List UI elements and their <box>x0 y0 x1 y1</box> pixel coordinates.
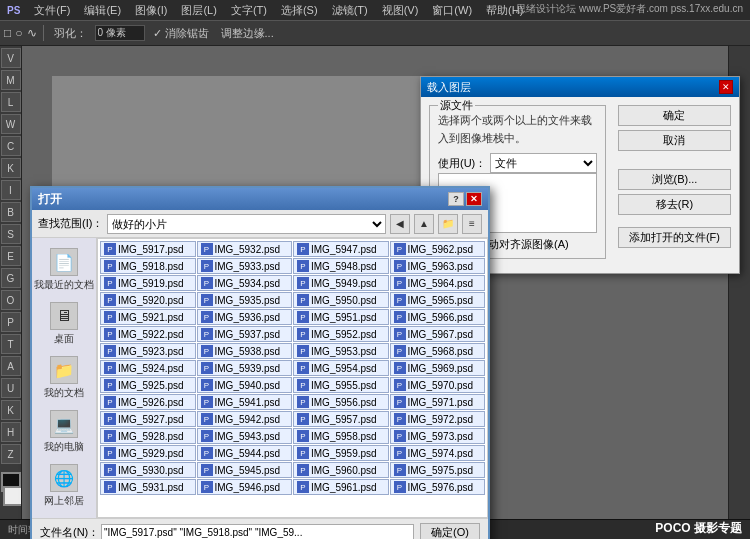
file-item[interactable]: PIMG_5925.psd <box>100 377 196 393</box>
dialog-zairu-addopen-btn[interactable]: 添加打开的文件(F) <box>618 227 731 248</box>
file-item[interactable]: PIMG_5939.psd <box>197 360 293 376</box>
location-select[interactable]: 做好的小片 <box>107 214 386 234</box>
file-item[interactable]: PIMG_5968.psd <box>390 343 486 359</box>
sidebar-network[interactable]: 🌐 网上邻居 <box>32 460 96 512</box>
tool-slice[interactable]: K <box>1 158 21 178</box>
file-item[interactable]: PIMG_5949.psd <box>293 275 389 291</box>
file-item[interactable]: PIMG_5918.psd <box>100 258 196 274</box>
file-item[interactable]: PIMG_5936.psd <box>197 309 293 325</box>
tool-dodge[interactable]: O <box>1 290 21 310</box>
sidebar-mycomputer[interactable]: 💻 我的电脑 <box>32 406 96 458</box>
tool-zoom[interactable]: Z <box>1 444 21 464</box>
file-item[interactable]: PIMG_5945.psd <box>197 462 293 478</box>
file-item[interactable]: PIMG_5956.psd <box>293 394 389 410</box>
file-item[interactable]: PIMG_5971.psd <box>390 394 486 410</box>
file-item[interactable]: PIMG_5960.psd <box>293 462 389 478</box>
file-item[interactable]: PIMG_5921.psd <box>100 309 196 325</box>
file-item[interactable]: PIMG_5955.psd <box>293 377 389 393</box>
tool-gradient[interactable]: G <box>1 268 21 288</box>
tool-move[interactable]: V <box>1 48 21 68</box>
dialog-zairu-use-select[interactable]: 文件 <box>490 153 597 173</box>
file-item[interactable]: PIMG_5924.psd <box>100 360 196 376</box>
dialog-zairu-browse-btn[interactable]: 浏览(B)... <box>618 169 731 190</box>
tool-pen[interactable]: P <box>1 312 21 332</box>
dialog-zairu-cancel-btn[interactable]: 取消 <box>618 130 731 151</box>
file-item[interactable]: PIMG_5944.psd <box>197 445 293 461</box>
sidebar-desktop[interactable]: 🖥 桌面 <box>32 298 96 350</box>
dialog-zairu-close[interactable]: ✕ <box>719 80 733 94</box>
menu-text[interactable]: 文字(T) <box>228 3 270 18</box>
file-item[interactable]: PIMG_5958.psd <box>293 428 389 444</box>
file-item[interactable]: PIMG_5952.psd <box>293 326 389 342</box>
file-item[interactable]: PIMG_5947.psd <box>293 241 389 257</box>
file-item[interactable]: PIMG_5950.psd <box>293 292 389 308</box>
file-item[interactable]: PIMG_5974.psd <box>390 445 486 461</box>
file-item[interactable]: PIMG_5932.psd <box>197 241 293 257</box>
file-item[interactable]: PIMG_5951.psd <box>293 309 389 325</box>
file-item[interactable]: PIMG_5966.psd <box>390 309 486 325</box>
tool-brush[interactable]: B <box>1 202 21 222</box>
file-item[interactable]: PIMG_5922.psd <box>100 326 196 342</box>
file-item[interactable]: PIMG_5957.psd <box>293 411 389 427</box>
file-item[interactable]: PIMG_5933.psd <box>197 258 293 274</box>
menu-image[interactable]: 图像(I) <box>132 3 170 18</box>
file-item[interactable]: PIMG_5967.psd <box>390 326 486 342</box>
menu-view[interactable]: 视图(V) <box>379 3 422 18</box>
file-item[interactable]: PIMG_5946.psd <box>197 479 293 495</box>
file-item[interactable]: PIMG_5964.psd <box>390 275 486 291</box>
menu-filter[interactable]: 滤镜(T) <box>329 3 371 18</box>
sidebar-recent[interactable]: 📄 我最近的文档 <box>32 244 96 296</box>
anti-alias-check[interactable]: ✓ 消除锯齿 <box>149 24 213 43</box>
menu-select[interactable]: 选择(S) <box>278 3 321 18</box>
tool-magic-wand[interactable]: W <box>1 114 21 134</box>
tool-3d[interactable]: K <box>1 400 21 420</box>
file-item[interactable]: PIMG_5923.psd <box>100 343 196 359</box>
file-item[interactable]: PIMG_5975.psd <box>390 462 486 478</box>
file-item[interactable]: PIMG_5948.psd <box>293 258 389 274</box>
tool-lasso[interactable]: L <box>1 92 21 112</box>
dialog-zairu-remove-btn[interactable]: 移去(R) <box>618 194 731 215</box>
file-item[interactable]: PIMG_5934.psd <box>197 275 293 291</box>
tool-clone[interactable]: S <box>1 224 21 244</box>
file-item[interactable]: PIMG_5972.psd <box>390 411 486 427</box>
sidebar-mydocs[interactable]: 📁 我的文档 <box>32 352 96 404</box>
file-item[interactable]: PIMG_5917.psd <box>100 241 196 257</box>
file-item[interactable]: PIMG_5976.psd <box>390 479 486 495</box>
feather-input[interactable] <box>95 25 145 41</box>
nav-folder-btn[interactable]: 📁 <box>438 214 458 234</box>
file-item[interactable]: PIMG_5926.psd <box>100 394 196 410</box>
nav-back-btn[interactable]: ◀ <box>390 214 410 234</box>
file-item[interactable]: PIMG_5959.psd <box>293 445 389 461</box>
file-item[interactable]: PIMG_5943.psd <box>197 428 293 444</box>
file-item[interactable]: PIMG_5938.psd <box>197 343 293 359</box>
file-item[interactable]: PIMG_5961.psd <box>293 479 389 495</box>
tool-hand[interactable]: H <box>1 422 21 442</box>
file-item[interactable]: PIMG_5962.psd <box>390 241 486 257</box>
refine-edge-btn[interactable]: 调整边缘... <box>217 24 278 43</box>
dialog-zairu-ok-btn[interactable]: 确定 <box>618 105 731 126</box>
file-item[interactable]: PIMG_5927.psd <box>100 411 196 427</box>
file-item[interactable]: PIMG_5953.psd <box>293 343 389 359</box>
menu-edit[interactable]: 编辑(E) <box>81 3 124 18</box>
view-toggle-btn[interactable]: ≡ <box>462 214 482 234</box>
tool-eraser[interactable]: E <box>1 246 21 266</box>
filename-input[interactable] <box>101 524 414 540</box>
menu-file[interactable]: 文件(F) <box>31 3 73 18</box>
tool-select-rect[interactable]: M <box>1 70 21 90</box>
tool-crop[interactable]: C <box>1 136 21 156</box>
file-item[interactable]: PIMG_5969.psd <box>390 360 486 376</box>
file-item[interactable]: PIMG_5941.psd <box>197 394 293 410</box>
file-item[interactable]: PIMG_5931.psd <box>100 479 196 495</box>
file-item[interactable]: PIMG_5930.psd <box>100 462 196 478</box>
open-ok-btn[interactable]: 确定(O) <box>420 523 480 539</box>
file-item[interactable]: PIMG_5928.psd <box>100 428 196 444</box>
file-item[interactable]: PIMG_5942.psd <box>197 411 293 427</box>
file-item[interactable]: PIMG_5963.psd <box>390 258 486 274</box>
file-item[interactable]: PIMG_5929.psd <box>100 445 196 461</box>
tool-shape[interactable]: U <box>1 378 21 398</box>
nav-up-btn[interactable]: ▲ <box>414 214 434 234</box>
file-item[interactable]: PIMG_5954.psd <box>293 360 389 376</box>
tool-path-select[interactable]: A <box>1 356 21 376</box>
dialog-open-close-btn[interactable]: ✕ <box>466 192 482 206</box>
file-item[interactable]: PIMG_5935.psd <box>197 292 293 308</box>
